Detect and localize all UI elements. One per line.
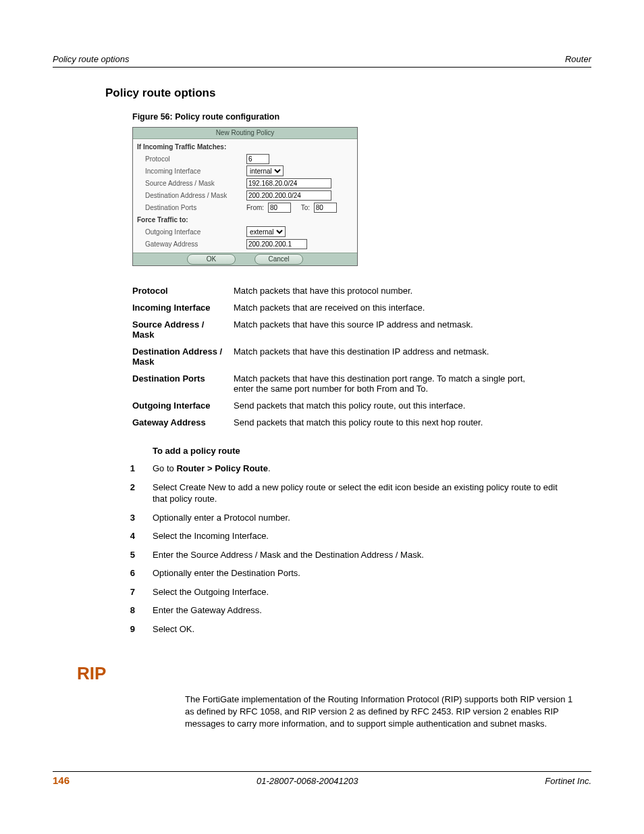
step-number: 8 <box>119 604 135 617</box>
def-desc: Send packets that match this policy rout… <box>234 397 544 414</box>
step-number: 9 <box>119 623 135 635</box>
step-number: 2 <box>119 481 135 505</box>
running-head-left: Policy route options <box>53 54 129 64</box>
rip-heading: RIP <box>77 663 591 684</box>
definition-table: ProtocolMatch packets that have this pro… <box>132 282 544 431</box>
step-number: 6 <box>119 567 135 579</box>
figure-caption: Figure 56: Policy route configuration <box>132 112 591 122</box>
step-text: Enter the Gateway Address. <box>153 604 564 617</box>
def-desc: Match packets that have this protocol nu… <box>234 282 544 299</box>
protocol-input[interactable] <box>246 154 269 164</box>
destination-address-label: Destination Address / Mask <box>137 192 246 199</box>
group-incoming: If Incoming Traffic Matches: <box>137 143 238 151</box>
cancel-button[interactable]: Cancel <box>254 254 303 265</box>
to-label: To: <box>301 204 310 211</box>
def-desc: Match packets that have this destination… <box>234 370 544 397</box>
def-desc: Send packets that match this policy rout… <box>234 414 544 431</box>
destination-ports-label: Destination Ports <box>137 204 246 211</box>
doc-id: 01-28007-0068-20041203 <box>257 776 358 786</box>
step-text: Select the Incoming Interface. <box>153 530 564 542</box>
steps-title: To add a policy route <box>153 446 591 456</box>
running-head-right: Router <box>565 54 591 64</box>
step-number: 1 <box>119 463 135 475</box>
step-text: Select Create New to add a new policy ro… <box>153 481 564 505</box>
step-text: Optionally enter a Protocol number. <box>153 512 564 524</box>
port-from-input[interactable] <box>268 203 291 213</box>
from-label: From: <box>246 204 264 211</box>
def-term: Outgoing Interface <box>132 397 234 414</box>
def-term: Destination Ports <box>132 370 234 397</box>
gateway-address-input[interactable] <box>246 239 307 249</box>
page-number: 146 <box>53 775 70 786</box>
rip-body: The FortiGate implementation of the Rout… <box>185 694 576 729</box>
steps-list: 1 Go to Router > Policy Route. 2Select C… <box>119 463 564 635</box>
def-desc: Match packets that are received on this … <box>234 299 544 316</box>
step-text: Enter the Source Address / Mask and the … <box>153 549 564 561</box>
group-force: Force Traffic to: <box>137 216 238 224</box>
incoming-interface-label: Incoming Interface <box>137 167 246 175</box>
def-desc: Match packets that have this destination… <box>234 343 544 370</box>
def-term: Source Address / Mask <box>132 316 234 343</box>
def-term: Incoming Interface <box>132 299 234 316</box>
def-term: Protocol <box>132 282 234 299</box>
rule-bottom <box>53 771 591 772</box>
port-to-input[interactable] <box>314 203 337 213</box>
step-number: 5 <box>119 549 135 561</box>
destination-address-input[interactable] <box>246 190 331 201</box>
outgoing-interface-label: Outgoing Interface <box>137 228 246 236</box>
incoming-interface-select[interactable]: internal <box>246 165 284 176</box>
gateway-address-label: Gateway Address <box>137 240 246 248</box>
step-text: Select the Outgoing Interface. <box>153 586 564 598</box>
source-address-label: Source Address / Mask <box>137 180 246 187</box>
step-text: Optionally enter the Destination Ports. <box>153 567 564 579</box>
def-term: Destination Address / Mask <box>132 343 234 370</box>
panel-title: New Routing Policy <box>133 128 357 139</box>
def-term: Gateway Address <box>132 414 234 431</box>
step-number: 4 <box>119 530 135 542</box>
step-text: Go to Router > Policy Route. <box>153 463 564 475</box>
rule-top <box>53 67 591 68</box>
source-address-input[interactable] <box>246 178 331 188</box>
company-name: Fortinet Inc. <box>545 776 591 786</box>
section-title: Policy route options <box>105 86 591 100</box>
step-number: 3 <box>119 512 135 524</box>
outgoing-interface-select[interactable]: external <box>246 226 286 237</box>
ok-button[interactable]: OK <box>187 254 236 265</box>
def-desc: Match packets that have this source IP a… <box>234 316 544 343</box>
protocol-label: Protocol <box>137 155 246 163</box>
step-number: 7 <box>119 586 135 598</box>
routing-policy-panel: New Routing Policy If Incoming Traffic M… <box>132 127 358 266</box>
step-text: Select OK. <box>153 623 564 635</box>
